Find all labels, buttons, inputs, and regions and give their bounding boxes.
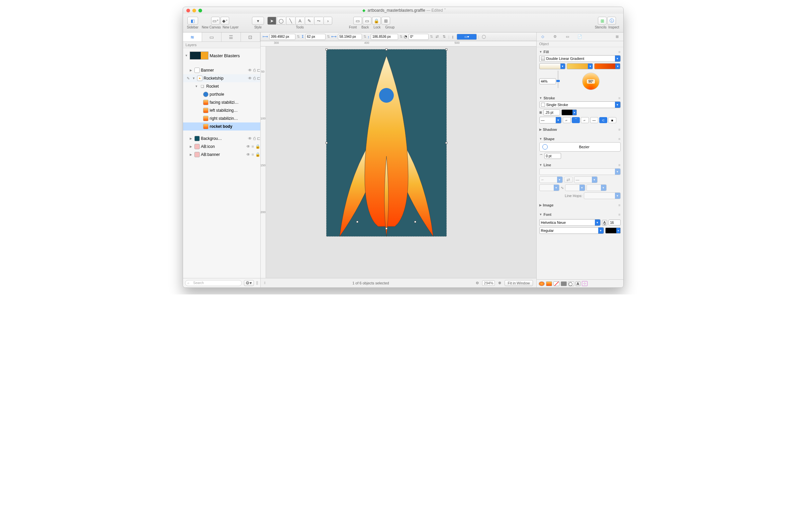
- fill-type-select[interactable]: Double Linear Gradient: [539, 55, 621, 62]
- artboard-icon[interactable]: ⌗: [252, 152, 254, 157]
- style-chip-none[interactable]: [553, 281, 559, 286]
- section-menu-icon[interactable]: ≡: [618, 50, 620, 54]
- layer-background[interactable]: ▶ Backgrou… 👁 ⎙ ⊏: [183, 134, 260, 142]
- text-tool[interactable]: A: [295, 17, 304, 25]
- workspace-button[interactable]: ⊞: [611, 33, 623, 41]
- chevron-right-icon[interactable]: ▶: [190, 69, 193, 72]
- flip-v-icon[interactable]: ⇅: [443, 35, 446, 39]
- pen-tool[interactable]: ✎: [305, 17, 313, 25]
- gradient-slider[interactable]: [557, 71, 559, 88]
- width-input[interactable]: 58.1943 px: [338, 34, 362, 40]
- line-tool[interactable]: ╲: [286, 17, 295, 25]
- font-size-input[interactable]: 16: [609, 220, 621, 226]
- line-start-select[interactable]: ←: [539, 176, 563, 183]
- shape-tool[interactable]: ◯: [277, 17, 285, 25]
- style-chip-text[interactable]: A: [575, 281, 580, 286]
- guides-tab[interactable]: ▭: [202, 33, 222, 41]
- font-panel-icon[interactable]: A̲: [602, 220, 607, 226]
- chevron-down-icon[interactable]: ▼: [192, 77, 196, 80]
- gradient-stop-2[interactable]: [567, 63, 593, 69]
- line-hops-select[interactable]: [584, 192, 621, 199]
- line-type-select[interactable]: [539, 168, 621, 175]
- new-layer-button[interactable]: ◆⁺: [220, 17, 229, 25]
- shape-left-stabilizer[interactable]: left stabilizing…: [183, 107, 260, 114]
- stencils-button[interactable]: ⊞: [598, 17, 607, 25]
- section-menu-icon[interactable]: ≡: [618, 96, 620, 100]
- line-end-select[interactable]: —: [574, 176, 598, 183]
- zoom-input[interactable]: 294%: [482, 280, 495, 286]
- sidebar-toggle-button[interactable]: ◧: [187, 17, 198, 25]
- corner-radius-input[interactable]: 0 pt: [544, 153, 561, 159]
- inspect-button[interactable]: ⓘ: [607, 17, 616, 25]
- height-input[interactable]: 186.8536 px: [371, 34, 398, 40]
- stroke-style-select[interactable]: —: [539, 117, 561, 124]
- front-button[interactable]: ▭: [353, 17, 362, 25]
- corner-round[interactable]: ⌒: [572, 117, 580, 123]
- blend-input[interactable]: 44%: [539, 78, 556, 84]
- visibility-icon[interactable]: 👁: [246, 152, 250, 157]
- new-canvas-button[interactable]: ▭⁺: [211, 17, 220, 25]
- align-icon[interactable]: ⫿: [452, 35, 454, 39]
- line-swap-button[interactable]: ⇄: [564, 177, 573, 183]
- chevron-right-icon[interactable]: ▶: [190, 137, 193, 140]
- style-chip-gradient[interactable]: [546, 281, 552, 286]
- section-menu-icon[interactable]: ≡: [618, 212, 620, 216]
- lock-icon[interactable]: 🔒: [255, 144, 260, 149]
- section-menu-icon[interactable]: ≡: [618, 128, 620, 132]
- back-button[interactable]: ▭: [363, 17, 371, 25]
- search-input[interactable]: ⌕Search: [185, 280, 242, 286]
- cap-square[interactable]: ■: [608, 117, 616, 123]
- zoom-button[interactable]: [198, 9, 202, 12]
- canvas-viewport[interactable]: [266, 46, 536, 278]
- chevron-right-icon[interactable]: ▶: [190, 153, 193, 156]
- section-menu-icon[interactable]: ≡: [618, 203, 620, 207]
- lock-icon[interactable]: ⊏: [257, 68, 260, 73]
- layer-rocketship[interactable]: ✎ ▼ ▲ Rocketship 👁 ⎙ ⊏: [183, 74, 260, 82]
- layers-tab[interactable]: ≋: [183, 33, 203, 41]
- print-icon[interactable]: ⎙: [253, 76, 256, 81]
- layer-banner[interactable]: ▶ Banner 👁 ⎙ ⊏: [183, 66, 260, 74]
- chevron-down-icon[interactable]: ▼: [185, 54, 188, 57]
- style-chip-more[interactable]: ⊹: [582, 281, 588, 286]
- document-inspector-tab[interactable]: 📄: [574, 33, 586, 41]
- font-color-chip[interactable]: [605, 228, 621, 233]
- selection-tab[interactable]: ⊡: [241, 33, 260, 41]
- section-menu-icon[interactable]: ≡: [618, 137, 620, 141]
- fit-window-button[interactable]: Fit in Window: [504, 280, 533, 286]
- more-tools[interactable]: ›: [324, 17, 332, 25]
- font-weight-select[interactable]: Regular: [539, 227, 604, 234]
- cap-round[interactable]: ⊂: [599, 117, 607, 123]
- corner-bevel[interactable]: ⌐: [581, 117, 589, 123]
- status-drag-icon[interactable]: ⦀: [264, 281, 266, 285]
- style-dropdown[interactable]: ▾: [252, 17, 264, 25]
- visibility-icon[interactable]: 👁: [248, 68, 252, 73]
- lock-icon[interactable]: ⊏: [257, 136, 260, 141]
- group-rocket[interactable]: ▼ ❏ Rocket: [183, 82, 260, 90]
- line-tail-select[interactable]: [539, 184, 559, 191]
- stroke-type-select[interactable]: Single Stroke: [539, 101, 621, 108]
- visibility-icon[interactable]: 👁: [248, 136, 252, 141]
- shape-picker[interactable]: Bezier: [539, 142, 621, 152]
- gradient-stop-3[interactable]: [594, 63, 620, 69]
- font-family-select[interactable]: Helvetica Neue: [539, 219, 600, 226]
- stroke-width-input[interactable]: .25 pt: [543, 109, 560, 115]
- angle-input[interactable]: 0°: [408, 34, 428, 40]
- stroke-color-chip[interactable]: [561, 109, 577, 115]
- lock-button[interactable]: 🔒: [372, 17, 381, 25]
- style-chip-fill[interactable]: [539, 281, 545, 286]
- canvas-row[interactable]: ▼ Master Blasters: [183, 50, 260, 61]
- chevron-down-icon[interactable]: ▼: [195, 84, 198, 88]
- zoom-in-icon[interactable]: ⊕: [498, 281, 501, 285]
- layer-ab-icon[interactable]: ▶ AB:icon 👁 ⌗ 🔒: [183, 142, 260, 151]
- drag-handle-icon[interactable]: ⦀: [256, 280, 258, 286]
- line-mid-select[interactable]: [565, 184, 585, 191]
- artboard-icon[interactable]: ⌗: [252, 144, 254, 149]
- cap-butt[interactable]: —: [590, 117, 598, 123]
- object-inspector-tab[interactable]: ◇: [537, 33, 549, 41]
- shape-facing-stabilizer[interactable]: facing stabilizi…: [183, 98, 260, 107]
- line-head-select[interactable]: [587, 184, 607, 191]
- align-dropdown[interactable]: ▭▾: [457, 34, 477, 40]
- shape-rocket-body[interactable]: rocket body: [183, 122, 260, 131]
- title-dropdown-icon[interactable]: ˅: [444, 8, 446, 13]
- print-icon[interactable]: ⎙: [253, 136, 256, 141]
